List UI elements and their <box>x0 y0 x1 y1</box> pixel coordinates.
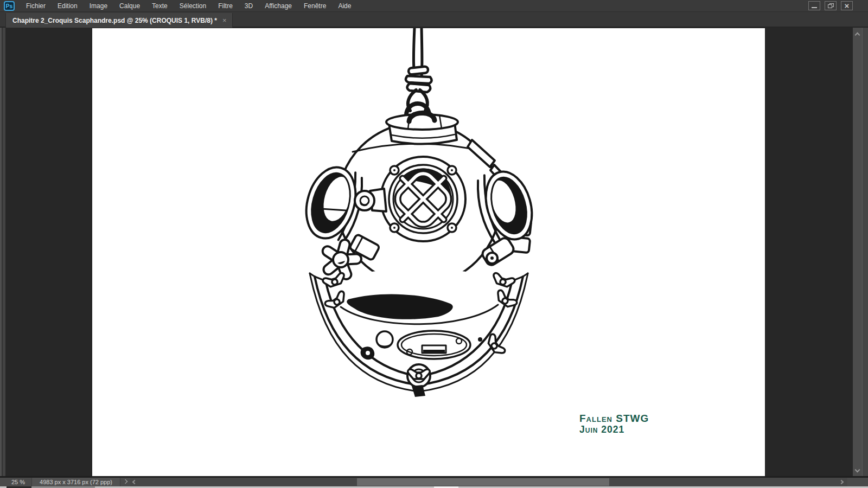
restore-button[interactable] <box>825 1 837 10</box>
menu-3d[interactable]: 3D <box>239 0 259 12</box>
minimize-icon <box>812 7 817 8</box>
document-canvas[interactable]: Fallen STWG Juin 2021 <box>92 28 765 477</box>
photoshop-logo-icon: Ps <box>4 1 15 11</box>
tab-close-icon[interactable]: × <box>222 17 227 24</box>
photoshop-window: Ps Fichier Edition Image Calque Texte Sé… <box>0 0 868 488</box>
scroll-left-icon[interactable] <box>132 480 137 484</box>
signature-line2: Juin 2021 <box>579 424 649 435</box>
scroll-up-icon[interactable] <box>855 33 860 38</box>
artist-signature: Fallen STWG Juin 2021 <box>579 413 649 435</box>
vertical-scrollbar[interactable] <box>853 28 862 476</box>
menu-fichier[interactable]: Fichier <box>20 0 52 12</box>
menu-affichage[interactable]: Affichage <box>259 0 298 12</box>
right-panel-edge <box>862 28 868 476</box>
document-info-field[interactable]: 4983 px x 3716 px (72 ppp) <box>31 478 120 486</box>
menu-aide[interactable]: Aide <box>332 0 357 12</box>
menu-edition[interactable]: Edition <box>52 0 84 12</box>
window-controls: × <box>808 1 868 10</box>
menu-image[interactable]: Image <box>84 0 113 12</box>
signature-line1: Fallen STWG <box>579 413 649 424</box>
menu-selection[interactable]: Sélection <box>174 0 212 12</box>
left-panel-edge <box>0 28 5 476</box>
horizontal-scroll-thumb[interactable] <box>357 478 609 486</box>
scroll-down-icon[interactable] <box>855 467 860 473</box>
horizontal-scrollbar[interactable] <box>130 478 847 486</box>
menu-filtre[interactable]: Filtre <box>212 0 239 12</box>
close-icon: × <box>845 2 850 9</box>
minimize-button[interactable] <box>808 1 820 10</box>
close-button[interactable]: × <box>841 1 853 10</box>
scroll-right-icon[interactable] <box>839 480 844 484</box>
menu-fenetre[interactable]: Fenêtre <box>298 0 332 12</box>
menu-calque[interactable]: Calque <box>113 0 146 12</box>
document-tab[interactable]: Chapitre 2_Croquis Scaphandre.psd @ 25% … <box>5 13 233 28</box>
zoom-level-field[interactable]: 25 % <box>0 478 31 486</box>
status-popup-arrow-icon[interactable] <box>123 479 127 484</box>
menu-bar: Ps Fichier Edition Image Calque Texte Sé… <box>0 0 868 12</box>
restore-icon <box>828 3 834 8</box>
status-bar: 25 % 4983 px x 3716 px (72 ppp) <box>0 478 868 486</box>
diving-helmet-illustration <box>92 28 765 477</box>
document-tab-bar: Chapitre 2_Croquis Scaphandre.psd @ 25% … <box>0 12 868 28</box>
workspace: Fallen STWG Juin 2021 <box>0 28 868 476</box>
statusbar-corner <box>847 478 868 486</box>
menu-texte[interactable]: Texte <box>146 0 174 12</box>
document-tab-title: Chapitre 2_Croquis Scaphandre.psd @ 25% … <box>12 17 217 24</box>
